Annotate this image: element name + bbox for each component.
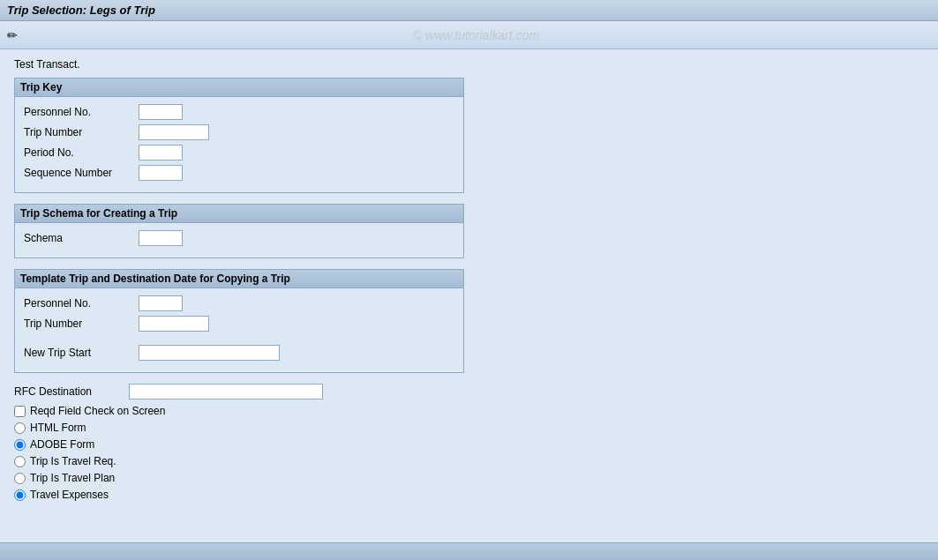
status-bar xyxy=(0,542,938,560)
template-trip-body: Personnel No. Trip Number New Trip Start xyxy=(15,288,463,372)
trip-key-section: Trip Key Personnel No. Trip Number Perio… xyxy=(14,78,464,193)
trip-travel-plan-radio[interactable] xyxy=(14,473,26,484)
test-transact-label: Test Transact. xyxy=(14,58,924,71)
main-content: Test Transact. Trip Key Personnel No. Tr… xyxy=(0,49,938,555)
toolbar: ✏ © www.tutorialkart.com xyxy=(0,21,938,49)
reqd-field-check-row: Reqd Field Check on Screen xyxy=(14,405,924,417)
period-no-input[interactable] xyxy=(139,145,183,161)
reqd-field-check-label: Reqd Field Check on Screen xyxy=(30,405,165,417)
trip-travel-req-row: Trip Is Travel Req. xyxy=(14,455,924,467)
sequence-number-row: Sequence Number xyxy=(24,165,454,181)
template-personnel-no-row: Personnel No. xyxy=(24,295,454,311)
personnel-no-row: Personnel No. xyxy=(24,104,454,120)
reqd-field-check-checkbox[interactable] xyxy=(14,406,26,417)
adobe-form-radio[interactable] xyxy=(14,439,26,451)
schema-input[interactable] xyxy=(139,230,183,246)
schema-row: Schema xyxy=(24,230,454,246)
html-form-row: HTML Form xyxy=(14,422,924,434)
sequence-number-input[interactable] xyxy=(139,165,183,181)
trip-number-label: Trip Number xyxy=(24,126,139,138)
template-trip-section: Template Trip and Destination Date for C… xyxy=(14,269,464,373)
watermark: © www.tutorialkart.com xyxy=(21,28,931,42)
new-trip-start-row: New Trip Start xyxy=(24,345,454,361)
template-trip-number-label: Trip Number xyxy=(24,317,139,330)
trip-travel-req-label: Trip Is Travel Req. xyxy=(30,455,116,467)
trip-key-header: Trip Key xyxy=(15,78,463,97)
template-personnel-no-label: Personnel No. xyxy=(24,297,139,310)
trip-key-body: Personnel No. Trip Number Period No. Seq… xyxy=(15,97,463,192)
template-trip-number-input[interactable] xyxy=(139,316,209,332)
travel-expenses-radio[interactable] xyxy=(14,489,26,501)
trip-schema-section: Trip Schema for Creating a Trip Schema xyxy=(14,204,464,258)
travel-expenses-row: Travel Expenses xyxy=(14,489,924,501)
travel-expenses-label: Travel Expenses xyxy=(30,489,109,501)
html-form-label: HTML Form xyxy=(30,422,86,434)
rfc-destination-row: RFC Destination xyxy=(14,384,924,399)
title-bar: Trip Selection: Legs of Trip xyxy=(0,0,938,21)
adobe-form-row: ADOBE Form xyxy=(14,438,924,451)
period-no-label: Period No. xyxy=(24,146,139,159)
period-no-row: Period No. xyxy=(24,145,454,161)
trip-travel-plan-label: Trip Is Travel Plan xyxy=(30,472,115,484)
trip-travel-req-radio[interactable] xyxy=(14,456,26,467)
rfc-destination-input[interactable] xyxy=(129,384,323,399)
page-title: Trip Selection: Legs of Trip xyxy=(7,4,155,17)
template-trip-header: Template Trip and Destination Date for C… xyxy=(15,270,463,288)
trip-number-row: Trip Number xyxy=(24,124,454,140)
trip-schema-header: Trip Schema for Creating a Trip xyxy=(15,205,463,223)
rfc-destination-label: RFC Destination xyxy=(14,385,129,398)
schema-label: Schema xyxy=(24,232,139,244)
new-trip-start-label: New Trip Start xyxy=(24,347,139,359)
template-personnel-no-input[interactable] xyxy=(139,295,183,311)
personnel-no-input[interactable] xyxy=(139,104,183,120)
personnel-no-label: Personnel No. xyxy=(24,106,139,118)
adobe-form-label: ADOBE Form xyxy=(30,438,94,451)
template-trip-number-row: Trip Number xyxy=(24,316,454,332)
edit-icon[interactable]: ✏ xyxy=(7,28,18,42)
trip-travel-plan-row: Trip Is Travel Plan xyxy=(14,472,924,484)
sequence-number-label: Sequence Number xyxy=(24,167,139,179)
trip-schema-body: Schema xyxy=(15,223,463,258)
html-form-radio[interactable] xyxy=(14,422,26,434)
new-trip-start-input[interactable] xyxy=(139,345,280,361)
trip-number-input[interactable] xyxy=(139,124,209,140)
